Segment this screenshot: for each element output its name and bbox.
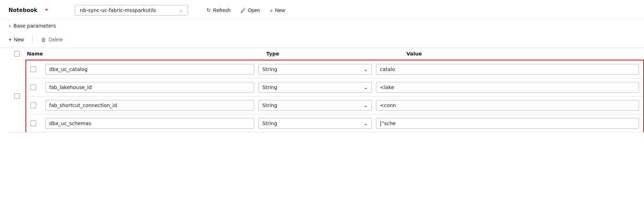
notebook-label: Notebook: [8, 7, 38, 13]
row-checkbox-0[interactable]: [14, 93, 20, 99]
value-col-0: catalo: [376, 64, 639, 75]
type-chevron-0: ⌄: [364, 66, 368, 72]
name-input-0[interactable]: [45, 64, 254, 75]
value-col-3: ["sche: [376, 118, 639, 129]
delete-icon: 🗑: [41, 37, 46, 43]
inner-checkbox-col-0: [30, 66, 41, 72]
inner-checkbox-col-3: [30, 121, 41, 126]
table-container: Name Type Value: [0, 48, 644, 133]
type-dropdown-2[interactable]: String ⌄: [258, 100, 372, 111]
type-col-2: String ⌄: [258, 100, 372, 111]
refresh-icon: ↻: [206, 7, 211, 13]
toolbar-actions: ↻ Refresh 🖉 Open + New: [202, 5, 289, 16]
inner-checkbox-col-1: [30, 84, 41, 90]
name-col-0: [45, 64, 254, 75]
open-label: Open: [248, 7, 260, 13]
table-row: String ⌄ catalo: [8, 60, 644, 133]
value-preview-1: <lake: [376, 82, 639, 93]
refresh-label: Refresh: [213, 7, 230, 13]
type-value-1: String: [262, 84, 277, 90]
type-dropdown-3[interactable]: String ⌄: [258, 118, 372, 129]
header: Notebook * nb-sync-uc-fabric-mssparkutil…: [0, 0, 644, 19]
toolbar-separator: [32, 36, 33, 43]
value-col-1: <lake: [376, 82, 639, 93]
delete-param-button[interactable]: 🗑 Delete: [37, 35, 67, 45]
value-preview-2: <conn: [376, 100, 639, 111]
type-dropdown-1[interactable]: String ⌄: [258, 82, 372, 93]
param-row-3: String ⌄ ["sche: [26, 115, 643, 132]
table-header: Name Type Value: [8, 48, 644, 60]
col-value-header: Value: [401, 51, 644, 57]
param-row-0: String ⌄ catalo: [26, 60, 643, 78]
required-star: *: [45, 7, 48, 13]
base-params-toggle[interactable]: ∨ Base parameters: [8, 23, 636, 29]
type-col-3: String ⌄: [258, 118, 372, 129]
new-header-label: New: [275, 7, 285, 13]
header-checkbox[interactable]: [14, 51, 20, 57]
col-name-header: Name: [25, 51, 266, 57]
value-col-2: <conn: [376, 100, 639, 111]
col-type-header: Type: [266, 51, 401, 57]
params-table-body: String ⌄ catalo: [8, 60, 644, 133]
value-preview-0: catalo: [376, 64, 639, 75]
inner-checkbox-1[interactable]: [30, 84, 36, 90]
type-chevron-3: ⌄: [364, 121, 368, 126]
delete-param-label: Delete: [49, 37, 63, 42]
name-col-1: [45, 82, 254, 93]
open-button[interactable]: 🖉 Open: [236, 5, 264, 16]
value-preview-3: ["sche: [376, 118, 639, 129]
inner-checkbox-col-2: [30, 102, 41, 108]
type-value-3: String: [262, 121, 277, 126]
inner-checkbox-2[interactable]: [30, 102, 36, 108]
base-params-section: ∨ Base parameters: [0, 19, 644, 31]
highlighted-rows: String ⌄ catalo: [25, 60, 644, 132]
name-col-3: [45, 118, 254, 129]
new-header-button[interactable]: + New: [266, 5, 289, 16]
new-param-plus-icon: +: [8, 36, 12, 43]
name-input-1[interactable]: [45, 82, 254, 93]
chevron-down-icon: ⌄: [179, 8, 183, 13]
inner-checkbox-0[interactable]: [30, 66, 36, 72]
name-input-2[interactable]: [45, 100, 254, 111]
type-value-0: String: [262, 66, 277, 72]
chevron-toggle-icon: ∨: [8, 24, 11, 28]
name-col-2: [45, 100, 254, 111]
type-dropdown-0[interactable]: String ⌄: [258, 64, 372, 75]
type-chevron-1: ⌄: [364, 84, 368, 90]
row-checkbox-col-0: [8, 89, 25, 103]
new-param-button[interactable]: + New: [8, 34, 28, 45]
type-col-1: String ⌄: [258, 82, 372, 93]
base-params-label: Base parameters: [13, 23, 56, 29]
header-checkbox-col: [8, 51, 25, 57]
type-value-2: String: [262, 102, 277, 108]
notebook-dropdown-value: nb-sync-uc-fabric-mssparkutils: [80, 7, 156, 13]
refresh-button[interactable]: ↻ Refresh: [202, 5, 235, 16]
edit-icon: 🖉: [240, 7, 246, 13]
type-col-0: String ⌄: [258, 64, 372, 75]
param-row-2: String ⌄ <conn: [26, 96, 643, 115]
name-input-3[interactable]: [45, 118, 254, 129]
param-row-1: String ⌄ <lake: [26, 78, 643, 96]
notebook-dropdown[interactable]: nb-sync-uc-fabric-mssparkutils ⌄: [75, 5, 188, 16]
inner-checkbox-3[interactable]: [30, 121, 36, 126]
new-param-label: New: [14, 37, 24, 42]
params-toolbar: + New 🗑 Delete: [0, 31, 644, 48]
plus-icon: +: [270, 7, 273, 13]
type-chevron-2: ⌄: [364, 102, 368, 108]
